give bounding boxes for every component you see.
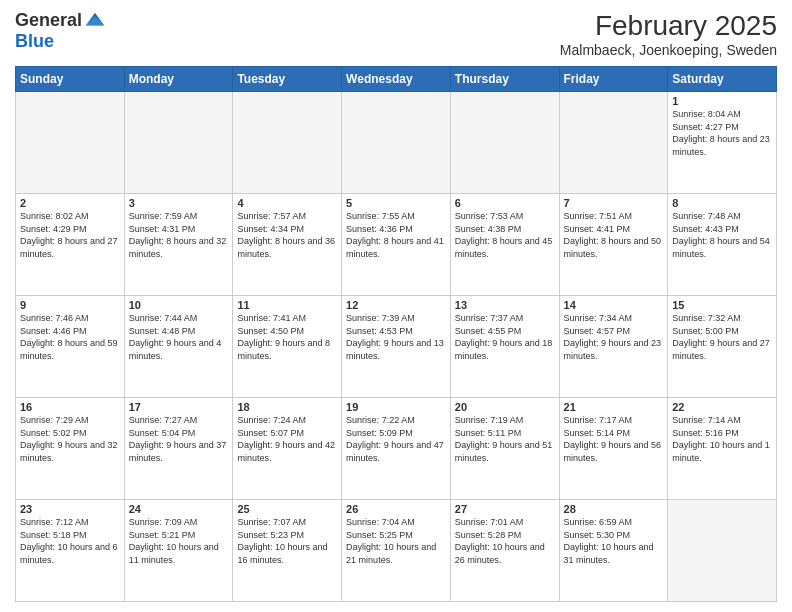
logo-icon: [84, 9, 106, 31]
day-number: 25: [237, 503, 337, 515]
day-info: Sunrise: 7:37 AM Sunset: 4:55 PM Dayligh…: [455, 312, 555, 362]
day-number: 13: [455, 299, 555, 311]
svg-marker-1: [86, 16, 104, 25]
day-info: Sunrise: 8:04 AM Sunset: 4:27 PM Dayligh…: [672, 108, 772, 158]
day-info: Sunrise: 7:53 AM Sunset: 4:38 PM Dayligh…: [455, 210, 555, 260]
day-info: Sunrise: 7:01 AM Sunset: 5:28 PM Dayligh…: [455, 516, 555, 566]
day-info: Sunrise: 7:09 AM Sunset: 5:21 PM Dayligh…: [129, 516, 229, 566]
day-info: Sunrise: 7:59 AM Sunset: 4:31 PM Dayligh…: [129, 210, 229, 260]
table-cell: 23Sunrise: 7:12 AM Sunset: 5:18 PM Dayli…: [16, 500, 125, 602]
table-cell: 26Sunrise: 7:04 AM Sunset: 5:25 PM Dayli…: [342, 500, 451, 602]
day-number: 11: [237, 299, 337, 311]
day-number: 10: [129, 299, 229, 311]
table-cell: 21Sunrise: 7:17 AM Sunset: 5:14 PM Dayli…: [559, 398, 668, 500]
day-info: Sunrise: 7:04 AM Sunset: 5:25 PM Dayligh…: [346, 516, 446, 566]
table-cell: 16Sunrise: 7:29 AM Sunset: 5:02 PM Dayli…: [16, 398, 125, 500]
day-number: 9: [20, 299, 120, 311]
day-info: Sunrise: 7:24 AM Sunset: 5:07 PM Dayligh…: [237, 414, 337, 464]
col-saturday: Saturday: [668, 67, 777, 92]
table-cell: 19Sunrise: 7:22 AM Sunset: 5:09 PM Dayli…: [342, 398, 451, 500]
col-thursday: Thursday: [450, 67, 559, 92]
day-number: 23: [20, 503, 120, 515]
day-number: 24: [129, 503, 229, 515]
day-number: 3: [129, 197, 229, 209]
header: General Blue February 2025 Malmbaeck, Jo…: [15, 10, 777, 58]
table-cell: [668, 500, 777, 602]
table-cell: 24Sunrise: 7:09 AM Sunset: 5:21 PM Dayli…: [124, 500, 233, 602]
day-number: 7: [564, 197, 664, 209]
day-number: 16: [20, 401, 120, 413]
week-row-2: 2Sunrise: 8:02 AM Sunset: 4:29 PM Daylig…: [16, 194, 777, 296]
day-number: 8: [672, 197, 772, 209]
day-number: 28: [564, 503, 664, 515]
logo: General Blue: [15, 10, 106, 52]
day-info: Sunrise: 7:17 AM Sunset: 5:14 PM Dayligh…: [564, 414, 664, 464]
table-cell: 11Sunrise: 7:41 AM Sunset: 4:50 PM Dayli…: [233, 296, 342, 398]
day-number: 27: [455, 503, 555, 515]
table-cell: 27Sunrise: 7:01 AM Sunset: 5:28 PM Dayli…: [450, 500, 559, 602]
day-number: 14: [564, 299, 664, 311]
day-info: Sunrise: 7:57 AM Sunset: 4:34 PM Dayligh…: [237, 210, 337, 260]
table-cell: 18Sunrise: 7:24 AM Sunset: 5:07 PM Dayli…: [233, 398, 342, 500]
day-info: Sunrise: 7:14 AM Sunset: 5:16 PM Dayligh…: [672, 414, 772, 464]
title-section: February 2025 Malmbaeck, Joenkoeping, Sw…: [560, 10, 777, 58]
day-info: Sunrise: 7:39 AM Sunset: 4:53 PM Dayligh…: [346, 312, 446, 362]
week-row-1: 1Sunrise: 8:04 AM Sunset: 4:27 PM Daylig…: [16, 92, 777, 194]
day-number: 19: [346, 401, 446, 413]
col-sunday: Sunday: [16, 67, 125, 92]
day-info: Sunrise: 7:51 AM Sunset: 4:41 PM Dayligh…: [564, 210, 664, 260]
day-number: 5: [346, 197, 446, 209]
table-cell: 1Sunrise: 8:04 AM Sunset: 4:27 PM Daylig…: [668, 92, 777, 194]
day-number: 2: [20, 197, 120, 209]
col-friday: Friday: [559, 67, 668, 92]
location: Malmbaeck, Joenkoeping, Sweden: [560, 42, 777, 58]
logo-general-text: General: [15, 10, 82, 31]
day-info: Sunrise: 7:27 AM Sunset: 5:04 PM Dayligh…: [129, 414, 229, 464]
day-number: 20: [455, 401, 555, 413]
day-number: 21: [564, 401, 664, 413]
day-info: Sunrise: 7:34 AM Sunset: 4:57 PM Dayligh…: [564, 312, 664, 362]
day-info: Sunrise: 7:48 AM Sunset: 4:43 PM Dayligh…: [672, 210, 772, 260]
calendar-header-row: Sunday Monday Tuesday Wednesday Thursday…: [16, 67, 777, 92]
table-cell: 10Sunrise: 7:44 AM Sunset: 4:48 PM Dayli…: [124, 296, 233, 398]
day-number: 26: [346, 503, 446, 515]
day-info: Sunrise: 7:44 AM Sunset: 4:48 PM Dayligh…: [129, 312, 229, 362]
day-info: Sunrise: 7:46 AM Sunset: 4:46 PM Dayligh…: [20, 312, 120, 362]
day-info: Sunrise: 7:29 AM Sunset: 5:02 PM Dayligh…: [20, 414, 120, 464]
month-year: February 2025: [560, 10, 777, 42]
day-info: Sunrise: 7:22 AM Sunset: 5:09 PM Dayligh…: [346, 414, 446, 464]
logo-blue-text: Blue: [15, 31, 54, 51]
calendar: Sunday Monday Tuesday Wednesday Thursday…: [15, 66, 777, 602]
day-number: 15: [672, 299, 772, 311]
table-cell: 4Sunrise: 7:57 AM Sunset: 4:34 PM Daylig…: [233, 194, 342, 296]
table-cell: 17Sunrise: 7:27 AM Sunset: 5:04 PM Dayli…: [124, 398, 233, 500]
table-cell: [342, 92, 451, 194]
col-monday: Monday: [124, 67, 233, 92]
table-cell: 3Sunrise: 7:59 AM Sunset: 4:31 PM Daylig…: [124, 194, 233, 296]
day-info: Sunrise: 7:55 AM Sunset: 4:36 PM Dayligh…: [346, 210, 446, 260]
day-info: Sunrise: 7:19 AM Sunset: 5:11 PM Dayligh…: [455, 414, 555, 464]
table-cell: 12Sunrise: 7:39 AM Sunset: 4:53 PM Dayli…: [342, 296, 451, 398]
table-cell: [559, 92, 668, 194]
day-info: Sunrise: 6:59 AM Sunset: 5:30 PM Dayligh…: [564, 516, 664, 566]
day-number: 18: [237, 401, 337, 413]
table-cell: 6Sunrise: 7:53 AM Sunset: 4:38 PM Daylig…: [450, 194, 559, 296]
col-tuesday: Tuesday: [233, 67, 342, 92]
table-cell: 22Sunrise: 7:14 AM Sunset: 5:16 PM Dayli…: [668, 398, 777, 500]
day-number: 12: [346, 299, 446, 311]
table-cell: 20Sunrise: 7:19 AM Sunset: 5:11 PM Dayli…: [450, 398, 559, 500]
day-number: 4: [237, 197, 337, 209]
table-cell: 15Sunrise: 7:32 AM Sunset: 5:00 PM Dayli…: [668, 296, 777, 398]
table-cell: [124, 92, 233, 194]
table-cell: [450, 92, 559, 194]
day-info: Sunrise: 7:07 AM Sunset: 5:23 PM Dayligh…: [237, 516, 337, 566]
col-wednesday: Wednesday: [342, 67, 451, 92]
table-cell: 8Sunrise: 7:48 AM Sunset: 4:43 PM Daylig…: [668, 194, 777, 296]
table-cell: [16, 92, 125, 194]
day-number: 1: [672, 95, 772, 107]
day-info: Sunrise: 7:32 AM Sunset: 5:00 PM Dayligh…: [672, 312, 772, 362]
day-number: 6: [455, 197, 555, 209]
day-info: Sunrise: 8:02 AM Sunset: 4:29 PM Dayligh…: [20, 210, 120, 260]
table-cell: 9Sunrise: 7:46 AM Sunset: 4:46 PM Daylig…: [16, 296, 125, 398]
table-cell: 2Sunrise: 8:02 AM Sunset: 4:29 PM Daylig…: [16, 194, 125, 296]
